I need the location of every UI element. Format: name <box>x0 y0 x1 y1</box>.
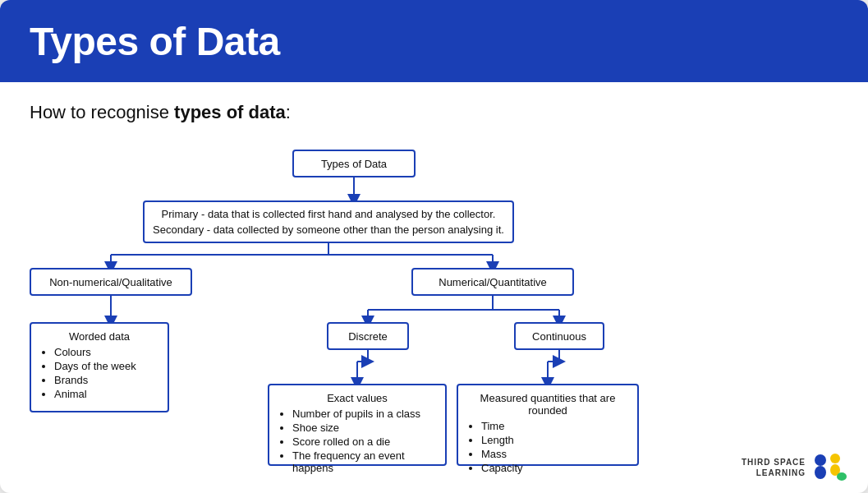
subtitle: How to recognise types of data: <box>30 102 838 123</box>
worded-title: Worded data <box>39 330 159 343</box>
worded-inner: Worded data Colours Days of the week Bra… <box>31 324 168 408</box>
measured-item-1: Time <box>481 420 629 432</box>
svg-point-20 <box>837 472 847 481</box>
worded-box: Worded data Colours Days of the week Bra… <box>30 322 169 412</box>
qualitative-box: Non-numerical/Qualitative <box>30 268 192 296</box>
quantitative-box: Numerical/Quantitative <box>411 268 574 296</box>
measured-title: Measured quantities that are rounded <box>466 392 629 417</box>
measured-inner: Measured quantities that are rounded Tim… <box>458 385 637 482</box>
measured-item-3: Mass <box>481 448 629 460</box>
exact-item-2: Shoe size <box>292 422 437 434</box>
diagram: Types of Data Primary - data that is col… <box>30 141 838 454</box>
logo-line1: THIRD SPACE <box>742 458 806 467</box>
worded-item-3: Brands <box>54 374 159 386</box>
subtitle-bold: types of data <box>174 102 286 122</box>
svg-point-17 <box>815 466 826 479</box>
subtitle-prefix: How to recognise <box>30 102 174 122</box>
content-area: How to recognise types of data: <box>0 82 868 493</box>
qualitative-label: Non-numerical/Qualitative <box>49 276 172 288</box>
discrete-box: Discrete <box>327 322 409 350</box>
header: Types of Data <box>0 0 868 82</box>
page-title: Types of Data <box>30 19 280 64</box>
svg-point-18 <box>830 454 840 463</box>
worded-item-4: Animal <box>54 388 159 400</box>
logo-text: THIRD SPACE LEARNING <box>742 457 806 478</box>
logo-line2: LEARNING <box>756 468 806 477</box>
root-box: Types of Data <box>292 150 416 177</box>
primary-secondary-text: Primary - data that is collected first h… <box>153 206 504 238</box>
worded-item-1: Colours <box>54 346 159 358</box>
worded-item-2: Days of the week <box>54 360 159 372</box>
subtitle-suffix: : <box>286 102 291 122</box>
exact-item-1: Number of pupils in a class <box>292 408 437 420</box>
slide: Types of Data How to recognise types of … <box>0 0 868 493</box>
measured-item-4: Capacity <box>481 462 629 474</box>
discrete-label: Discrete <box>348 330 388 343</box>
logo-area: THIRD SPACE LEARNING <box>742 452 848 483</box>
exact-item-4: The frequency an event happens <box>292 449 437 474</box>
root-label: Types of Data <box>321 158 387 170</box>
continuous-box: Continuous <box>514 322 604 350</box>
measured-box: Measured quantities that are rounded Tim… <box>457 384 639 466</box>
primary-secondary-box: Primary - data that is collected first h… <box>143 200 514 243</box>
worded-list: Colours Days of the week Brands Animal <box>39 346 159 400</box>
svg-point-16 <box>815 454 826 466</box>
continuous-label: Continuous <box>532 330 586 343</box>
measured-list: Time Length Mass Capacity <box>466 420 629 474</box>
exact-values-list: Number of pupils in a class Shoe size Sc… <box>278 408 437 474</box>
exact-values-box: Exact values Number of pupils in a class… <box>268 384 447 466</box>
logo-icon <box>812 452 848 483</box>
exact-values-inner: Exact values Number of pupils in a class… <box>269 385 445 482</box>
exact-item-3: Score rolled on a die <box>292 435 437 448</box>
quantitative-label: Numerical/Quantitative <box>439 276 547 288</box>
exact-values-title: Exact values <box>278 392 437 404</box>
measured-item-2: Length <box>481 434 629 446</box>
